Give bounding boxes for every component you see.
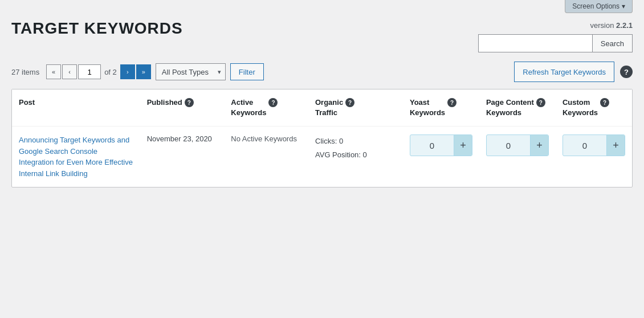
- of-text: of 2: [104, 68, 117, 76]
- custom-keyword-box: 0 +: [563, 134, 625, 156]
- custom-keywords-help-icon[interactable]: ?: [600, 98, 609, 107]
- col-header-page-content-keywords: Page ContentKeywords ?: [479, 89, 556, 127]
- post-link[interactable]: Announcing Target Keywords and Google Se…: [19, 134, 133, 179]
- col-header-active-keywords: ActiveKeywords ?: [224, 89, 308, 127]
- organic-traffic-help-icon[interactable]: ?: [345, 98, 354, 107]
- traffic-clicks: Clicks: 0: [315, 134, 396, 148]
- data-table: Post Published ? ActiveKeywords: [12, 89, 632, 187]
- col-active-keywords-label: ActiveKeywords: [231, 97, 266, 118]
- active-keywords-help-icon[interactable]: ?: [268, 98, 278, 107]
- first-page-button[interactable]: «: [46, 64, 61, 79]
- table-wrapper: Post Published ? ActiveKeywords: [11, 89, 633, 187]
- filter-button[interactable]: Filter: [230, 63, 264, 80]
- toolbar-row: 27 items « ‹ of 2 › » All Post Types Fil…: [11, 62, 633, 82]
- col-header-published: Published ?: [140, 89, 225, 127]
- cell-custom-keywords: 0 +: [556, 127, 632, 187]
- items-count: 27 items: [11, 68, 39, 76]
- last-page-button[interactable]: »: [136, 64, 151, 79]
- prev-page-button[interactable]: ‹: [62, 64, 77, 79]
- cell-active-keywords: No Active Keywords: [224, 127, 308, 187]
- screen-options-bar: Screen Options ▾: [0, 0, 644, 13]
- col-header-post: Post: [12, 89, 140, 127]
- search-row: Search: [478, 34, 633, 52]
- custom-keyword-add-button[interactable]: +: [606, 135, 625, 156]
- main-content: TARGET KEYWORDS version 2.2.1 Search 27 …: [0, 13, 644, 199]
- search-input[interactable]: [478, 34, 592, 52]
- cell-organic-traffic: Clicks: 0 AVG Position: 0: [308, 127, 403, 187]
- table-row: Announcing Target Keywords and Google Se…: [12, 127, 632, 187]
- pagination: « ‹ of 2 › »: [46, 64, 151, 79]
- page-content-keyword-count: 0: [487, 136, 530, 155]
- post-type-select[interactable]: All Post Types: [156, 63, 226, 80]
- header-row: TARGET KEYWORDS version 2.2.1 Search: [11, 19, 633, 52]
- col-organic-traffic-label: OrganicTraffic: [315, 97, 343, 118]
- col-published-label: Published: [147, 97, 182, 108]
- col-header-yoast-keywords: YoastKeywords ?: [403, 89, 479, 127]
- current-page-input[interactable]: [78, 64, 101, 79]
- traffic-avg-position: AVG Position: 0: [315, 148, 396, 161]
- screen-options-arrow: ▾: [622, 2, 625, 10]
- toolbar-right: Refresh Target Keywords ?: [514, 62, 633, 82]
- active-keywords-value: No Active Keywords: [231, 134, 297, 143]
- version-text: version 2.2.1: [590, 21, 633, 30]
- yoast-keywords-help-icon[interactable]: ?: [447, 98, 456, 107]
- yoast-keyword-box: 0 +: [410, 134, 472, 156]
- page-content-keyword-add-button[interactable]: +: [530, 135, 548, 156]
- page-content-keywords-help-icon[interactable]: ?: [536, 98, 545, 107]
- yoast-keyword-add-button[interactable]: +: [454, 135, 472, 156]
- col-header-organic-traffic: OrganicTraffic ?: [308, 89, 403, 127]
- cell-post: Announcing Target Keywords and Google Se…: [12, 127, 140, 187]
- page-content-keyword-box: 0 +: [486, 134, 549, 156]
- col-custom-keywords-label: CustomKeywords: [563, 97, 598, 118]
- table-header-row: Post Published ? ActiveKeywords: [12, 89, 632, 127]
- refresh-button[interactable]: Refresh Target Keywords: [514, 62, 614, 82]
- post-type-select-wrapper: All Post Types: [156, 63, 226, 80]
- next-page-button[interactable]: ›: [120, 64, 135, 79]
- screen-options-label: Screen Options: [572, 2, 619, 10]
- cell-page-content-keywords: 0 +: [479, 127, 556, 187]
- version-area: version 2.2.1 Search: [478, 19, 633, 52]
- page-wrapper: Screen Options ▾ TARGET KEYWORDS version…: [0, 0, 644, 318]
- page-title: TARGET KEYWORDS: [11, 19, 183, 38]
- search-button[interactable]: Search: [592, 34, 633, 52]
- published-date: November 23, 2020: [147, 134, 212, 143]
- col-header-custom-keywords: CustomKeywords ?: [556, 89, 632, 127]
- help-icon[interactable]: ?: [620, 66, 633, 78]
- col-yoast-keywords-label: YoastKeywords: [410, 97, 445, 118]
- screen-options-button[interactable]: Screen Options ▾: [565, 0, 633, 13]
- col-page-content-keywords-label: Page ContentKeywords: [486, 97, 534, 118]
- col-post-label: Post: [19, 97, 35, 108]
- cell-published: November 23, 2020: [140, 127, 225, 187]
- published-help-icon[interactable]: ?: [185, 98, 194, 107]
- yoast-keyword-count: 0: [410, 136, 454, 155]
- custom-keyword-count: 0: [563, 136, 606, 155]
- cell-yoast-keywords: 0 +: [403, 127, 479, 187]
- toolbar-left: 27 items « ‹ of 2 › » All Post Types Fil…: [11, 63, 264, 80]
